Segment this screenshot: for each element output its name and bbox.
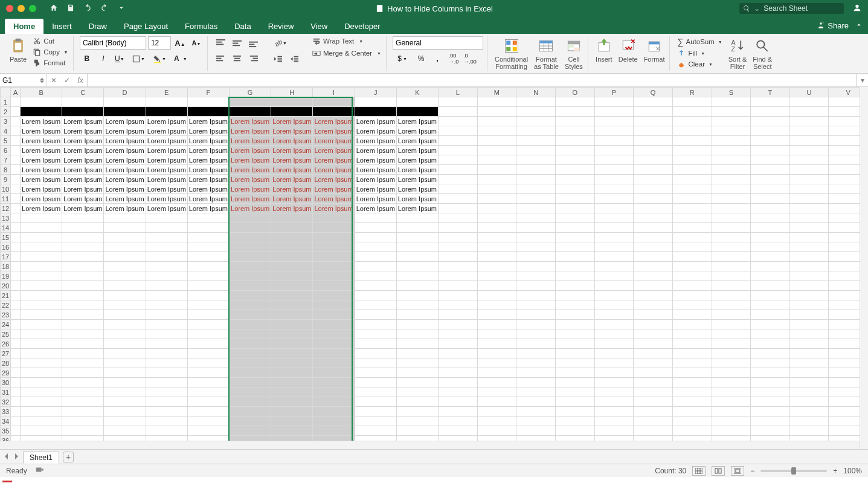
cell[interactable] bbox=[396, 252, 438, 262]
cell[interactable] bbox=[555, 310, 594, 320]
cell[interactable] bbox=[477, 407, 516, 417]
cell[interactable] bbox=[146, 223, 187, 233]
cell[interactable] bbox=[187, 320, 229, 329]
column-header[interactable]: F bbox=[187, 88, 229, 97]
cell[interactable] bbox=[11, 117, 21, 126]
cell[interactable] bbox=[672, 281, 712, 291]
cell[interactable] bbox=[230, 310, 271, 320]
cell[interactable] bbox=[396, 310, 438, 320]
cell[interactable] bbox=[555, 358, 594, 368]
cell[interactable] bbox=[104, 417, 146, 426]
cell[interactable] bbox=[355, 233, 396, 242]
cell[interactable]: Lorem Ipsum bbox=[187, 155, 229, 165]
cell[interactable] bbox=[594, 368, 634, 378]
cell[interactable] bbox=[313, 233, 355, 242]
cell[interactable]: Lorem Ipsum bbox=[62, 126, 104, 136]
cell[interactable] bbox=[21, 310, 62, 320]
row-header[interactable]: 25 bbox=[1, 329, 11, 339]
home-qat-icon[interactable] bbox=[50, 4, 58, 14]
cell[interactable] bbox=[21, 223, 62, 233]
cell[interactable] bbox=[11, 175, 21, 184]
cell[interactable]: Lorem Ipsum bbox=[104, 146, 146, 155]
cell[interactable]: Lorem Ipsum bbox=[21, 204, 62, 213]
cell[interactable] bbox=[11, 97, 21, 107]
cell[interactable] bbox=[712, 146, 751, 155]
cell[interactable] bbox=[672, 349, 712, 358]
cell[interactable]: Lorem Ipsum bbox=[104, 194, 146, 204]
cell[interactable] bbox=[271, 426, 313, 436]
align-center-button[interactable] bbox=[230, 52, 245, 65]
cell[interactable]: Lorem Ipsum bbox=[62, 204, 104, 213]
cell[interactable] bbox=[751, 184, 790, 194]
collapse-ribbon-icon[interactable] bbox=[855, 21, 863, 31]
save-icon[interactable] bbox=[66, 4, 75, 14]
cell[interactable] bbox=[712, 233, 751, 242]
cell[interactable] bbox=[516, 320, 556, 329]
cell[interactable]: Lorem Ipsum bbox=[146, 126, 187, 136]
row-header[interactable]: 7 bbox=[1, 155, 11, 165]
cell[interactable] bbox=[555, 417, 594, 426]
column-header[interactable]: U bbox=[789, 88, 829, 97]
cell[interactable] bbox=[751, 194, 790, 204]
cell[interactable] bbox=[313, 329, 355, 339]
cell[interactable] bbox=[439, 117, 478, 126]
row-header[interactable]: 21 bbox=[1, 291, 11, 300]
cell[interactable] bbox=[555, 146, 594, 155]
cell[interactable] bbox=[555, 368, 594, 378]
cell[interactable] bbox=[477, 320, 516, 329]
undo-icon[interactable] bbox=[83, 4, 92, 14]
cell[interactable] bbox=[634, 339, 673, 349]
cell[interactable] bbox=[594, 107, 634, 117]
row-header[interactable]: 28 bbox=[1, 358, 11, 368]
cell[interactable] bbox=[477, 146, 516, 155]
cell[interactable] bbox=[271, 271, 313, 281]
row-header[interactable]: 31 bbox=[1, 387, 11, 397]
cell[interactable] bbox=[594, 339, 634, 349]
row-header[interactable]: 32 bbox=[1, 397, 11, 407]
cell[interactable] bbox=[355, 358, 396, 368]
cell[interactable] bbox=[313, 339, 355, 349]
cell[interactable] bbox=[21, 281, 62, 291]
cell[interactable] bbox=[634, 271, 673, 281]
cell[interactable] bbox=[62, 107, 104, 117]
cell[interactable] bbox=[271, 233, 313, 242]
cell[interactable] bbox=[313, 349, 355, 358]
cell[interactable] bbox=[751, 271, 790, 281]
cell[interactable]: Lorem Ipsum bbox=[271, 136, 313, 146]
cell[interactable] bbox=[712, 329, 751, 339]
cell[interactable] bbox=[516, 378, 556, 387]
cell[interactable]: Lorem Ipsum bbox=[271, 194, 313, 204]
cell[interactable] bbox=[230, 397, 271, 407]
cell[interactable] bbox=[594, 155, 634, 165]
cell[interactable] bbox=[104, 387, 146, 397]
cell[interactable] bbox=[271, 213, 313, 223]
column-header[interactable]: J bbox=[355, 88, 396, 97]
row-header[interactable]: 11 bbox=[1, 194, 11, 204]
expand-formula-bar-button[interactable]: ▾ bbox=[856, 74, 868, 86]
cell[interactable] bbox=[355, 242, 396, 252]
cell[interactable] bbox=[672, 291, 712, 300]
cell[interactable] bbox=[594, 175, 634, 184]
cell[interactable] bbox=[712, 165, 751, 175]
cell[interactable] bbox=[439, 242, 478, 252]
cell[interactable] bbox=[104, 242, 146, 252]
cell[interactable] bbox=[62, 213, 104, 223]
cell[interactable] bbox=[396, 300, 438, 310]
cell[interactable] bbox=[355, 339, 396, 349]
row-header[interactable]: 22 bbox=[1, 300, 11, 310]
cell[interactable]: Lorem Ipsum bbox=[104, 175, 146, 184]
cell[interactable]: Lorem Ipsum bbox=[271, 117, 313, 126]
cell[interactable] bbox=[146, 271, 187, 281]
cell[interactable] bbox=[62, 407, 104, 417]
cell[interactable] bbox=[62, 320, 104, 329]
cell[interactable] bbox=[634, 117, 673, 126]
cell[interactable] bbox=[516, 281, 556, 291]
cell[interactable] bbox=[146, 358, 187, 368]
cell[interactable] bbox=[11, 194, 21, 204]
row-header[interactable]: 35 bbox=[1, 426, 11, 436]
cell[interactable] bbox=[789, 378, 829, 387]
cell[interactable] bbox=[146, 407, 187, 417]
cell[interactable] bbox=[439, 387, 478, 397]
cell[interactable]: Lorem Ipsum bbox=[355, 136, 396, 146]
tab-view[interactable]: View bbox=[302, 19, 336, 34]
